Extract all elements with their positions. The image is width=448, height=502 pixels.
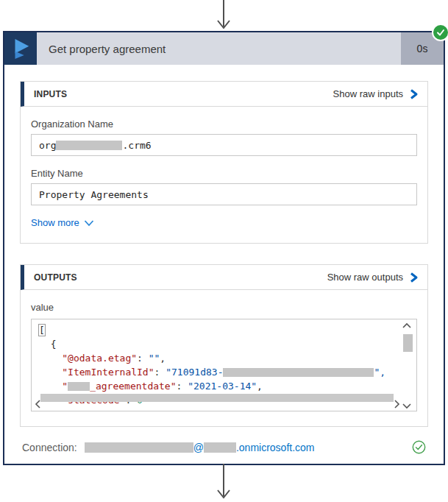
vertical-scrollbar-thumb[interactable] xyxy=(403,334,413,352)
organization-name-label: Organization Name xyxy=(31,119,417,130)
inputs-section-label: INPUTS xyxy=(34,89,67,99)
json-value: "71091d83- xyxy=(166,367,223,378)
flow-arrow-in-icon xyxy=(213,0,235,31)
json-comma: , xyxy=(257,381,263,392)
scroll-up-icon[interactable] xyxy=(402,322,412,329)
json-value: "" xyxy=(149,353,160,364)
json-sep: : xyxy=(177,381,188,392)
outputs-section-label: OUTPUTS xyxy=(34,272,77,283)
json-comma: , xyxy=(160,353,166,364)
action-title[interactable]: Get property agreement xyxy=(37,32,401,65)
email-domain-text: .onmicrosoft.com xyxy=(236,442,315,453)
redaction-block xyxy=(204,442,236,453)
chevron-down-icon xyxy=(84,219,94,227)
scroll-right-icon[interactable] xyxy=(394,399,400,409)
show-raw-outputs-label: Show raw outputs xyxy=(327,272,403,283)
redaction-bar xyxy=(40,394,394,402)
json-sep: : xyxy=(154,367,166,378)
dynamics365-icon xyxy=(4,32,37,65)
json-open-brace: { xyxy=(51,339,57,350)
redaction-block xyxy=(223,368,374,377)
flow-arrow-out-icon xyxy=(213,464,235,501)
inputs-panel: INPUTS Show raw inputs Organization Name… xyxy=(20,81,428,244)
chevron-right-icon xyxy=(409,272,419,283)
json-value: "2021-03-14" xyxy=(188,381,257,392)
outputs-panel: OUTPUTS Show raw outputs value [ { "@oda… xyxy=(20,264,428,427)
entity-value-text: Property Agreements xyxy=(39,189,149,200)
action-header[interactable]: Get property agreement 0s xyxy=(4,32,444,65)
redaction-block xyxy=(68,382,90,391)
json-key: _agreementdate" xyxy=(90,381,176,392)
success-badge-icon xyxy=(432,24,448,41)
scroll-down-icon[interactable] xyxy=(402,403,412,409)
email-at-text: @ xyxy=(193,442,204,453)
json-value: ", xyxy=(374,367,385,378)
json-sep: : xyxy=(137,353,149,364)
show-raw-inputs-button[interactable]: Show raw inputs xyxy=(333,88,419,99)
show-raw-inputs-label: Show raw inputs xyxy=(333,88,403,99)
value-label: value xyxy=(31,302,417,313)
entity-name-label: Entity Name xyxy=(31,168,417,179)
connection-valid-icon xyxy=(412,440,426,454)
connection-row: Connection: @.onmicrosoft.com xyxy=(20,440,428,454)
run-details-canvas: Get property agreement 0s INPUTS Show ra… xyxy=(0,0,448,502)
connection-label: Connection: xyxy=(22,442,77,453)
connection-account-link[interactable]: @.onmicrosoft.com xyxy=(85,442,315,453)
show-raw-outputs-button[interactable]: Show raw outputs xyxy=(327,272,419,283)
org-value-prefix: org xyxy=(39,140,56,151)
json-key: "ItemInternalId" xyxy=(62,367,154,378)
json-key: "@odata.etag" xyxy=(62,353,137,364)
json-key: " xyxy=(62,381,68,392)
show-more-label: Show more xyxy=(31,217,79,228)
redaction-block xyxy=(56,141,122,150)
org-value-suffix: .crm6 xyxy=(122,140,151,151)
json-open-bracket: [ xyxy=(39,325,45,336)
action-card: Get property agreement 0s INPUTS Show ra… xyxy=(3,31,445,465)
redaction-block xyxy=(85,442,193,453)
organization-name-value[interactable]: org.crm6 xyxy=(31,134,417,156)
chevron-right-icon xyxy=(409,89,419,99)
entity-name-value[interactable]: Property Agreements xyxy=(31,183,417,205)
json-output-viewer[interactable]: [ { "@odata.etag": "", "ItemInternalId":… xyxy=(31,319,417,411)
show-more-button[interactable]: Show more xyxy=(31,217,417,228)
